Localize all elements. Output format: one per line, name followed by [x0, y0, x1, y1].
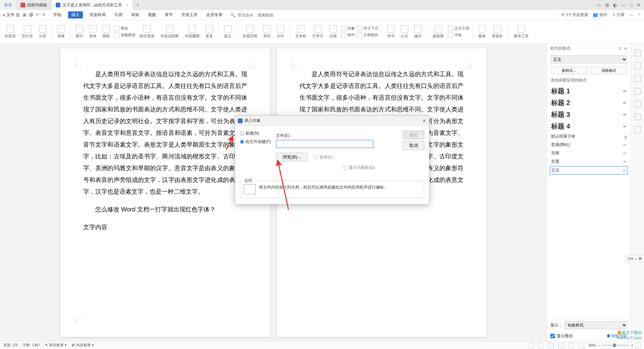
- rb-picture[interactable]: 图片: [74, 24, 85, 39]
- dialog-titlebar[interactable]: 插入对象 ✕: [235, 116, 429, 126]
- view-mode-icon[interactable]: [538, 343, 544, 348]
- qa-print-icon[interactable]: 🖶: [22, 13, 26, 17]
- search-input[interactable]: [237, 13, 284, 17]
- rb-bookmark[interactable]: 书签: [448, 33, 469, 38]
- page-indicator[interactable]: 页面: 2/5: [3, 343, 18, 348]
- rb-header[interactable]: 页眉页脚: [240, 24, 259, 39]
- tab-view[interactable]: 视图: [146, 11, 158, 18]
- file-input[interactable]: [276, 140, 373, 148]
- qa-undo-icon[interactable]: ↶: [36, 13, 39, 17]
- style-item[interactable]: 普通(网站)↵: [547, 141, 631, 149]
- style-item[interactable]: 页眉↵: [547, 157, 631, 166]
- style-item[interactable]: 标题 3↵: [547, 109, 631, 120]
- rb-comment[interactable]: 批注: [222, 24, 233, 39]
- tab-document[interactable]: 文字是人类用符...远的方式和工具×: [52, 0, 133, 10]
- rb-hyperlink[interactable]: 超链接: [431, 24, 446, 39]
- rb-equation[interactable]: 公式: [399, 24, 410, 39]
- qa-redo-icon[interactable]: ↷: [42, 13, 45, 17]
- view-mode-icon[interactable]: [558, 343, 564, 348]
- rb-resource[interactable]: 稻壳资源: [138, 24, 156, 39]
- style-item[interactable]: 默认段落字体a: [547, 132, 631, 141]
- rb-pagebreak[interactable]: 分页: [37, 24, 48, 39]
- rb-pagenum[interactable]: 页码: [261, 24, 273, 39]
- rb-form[interactable]: 窗体: [476, 24, 488, 39]
- share-button[interactable]: ⇪ 分享: [612, 12, 625, 18]
- tab-home[interactable]: 首页: [0, 0, 16, 10]
- coop-button[interactable]: 👥 协作: [593, 12, 607, 18]
- tab-layout[interactable]: 页面布局: [88, 11, 108, 18]
- side-icon[interactable]: [634, 62, 641, 69]
- clear-format-button[interactable]: 清除格式: [590, 67, 628, 74]
- zoom-out-icon[interactable]: −: [598, 343, 600, 347]
- panel-close-icon[interactable]: ✕: [624, 46, 627, 51]
- rb-attach[interactable]: 附件: [341, 33, 355, 38]
- ok-button[interactable]: 确定: [403, 131, 424, 139]
- tab-close-icon[interactable]: ×: [126, 3, 128, 7]
- tab-dev[interactable]: 开发工具: [179, 11, 200, 18]
- view-mode-icon[interactable]: [569, 343, 574, 348]
- tab-template[interactable]: 找稻壳模板: [16, 0, 52, 10]
- word-count[interactable]: 字数: 1467: [22, 343, 40, 348]
- layout-icon[interactable]: ▭: [597, 2, 601, 8]
- style-item[interactable]: 页脚↵: [547, 149, 631, 157]
- file-menu[interactable]: ≡ 文件: [3, 12, 14, 18]
- rb-xref[interactable]: 交叉引用: [448, 26, 469, 31]
- ime-indicator[interactable]: CH⌂简: [626, 255, 644, 262]
- grid-icon[interactable]: ⊞: [605, 2, 609, 8]
- side-icon[interactable]: [634, 88, 641, 95]
- spell-check[interactable]: ✎ 拼写检查 ▾: [45, 343, 67, 348]
- style-item-selected[interactable]: 正文↵: [550, 166, 628, 174]
- rb-textbox[interactable]: 文本框: [293, 24, 308, 39]
- tab-reference[interactable]: 引用: [112, 11, 124, 18]
- rb-date[interactable]: 日期: [327, 24, 339, 39]
- rb-cover[interactable]: 封面页: [3, 24, 18, 39]
- tab-review[interactable]: 审阅: [129, 11, 141, 18]
- rb-object[interactable]: 对象: [341, 26, 355, 31]
- side-icon[interactable]: [634, 101, 641, 107]
- zoom-control[interactable]: 80% − +: [589, 343, 641, 348]
- rb-mind[interactable]: 在线脑图: [183, 24, 202, 39]
- rb-chart[interactable]: 图表: [114, 26, 136, 31]
- rb-teach[interactable]: 教学工具: [512, 24, 531, 39]
- side-icon[interactable]: [634, 50, 641, 56]
- new-style-button[interactable]: 新样式...: [550, 67, 588, 74]
- fullscreen-icon[interactable]: [635, 343, 641, 348]
- side-icon[interactable]: [634, 113, 641, 120]
- rb-blank[interactable]: 空白页: [20, 24, 35, 39]
- rb-watermark[interactable]: 水印: [275, 24, 286, 39]
- show-select[interactable]: 有效样式: [565, 321, 627, 329]
- dialog-close-icon[interactable]: ✕: [422, 118, 426, 123]
- rb-dropcap[interactable]: 首字下沉: [357, 26, 378, 31]
- rb-table[interactable]: 表格: [55, 24, 67, 39]
- rb-icon[interactable]: 图标: [101, 24, 112, 39]
- rb-symbol[interactable]: 符号: [385, 24, 397, 39]
- maximize-icon[interactable]: □: [630, 2, 633, 8]
- tab-section[interactable]: 章节: [163, 11, 175, 18]
- side-icon[interactable]: [634, 126, 641, 133]
- more-icon[interactable]: ⋯: [629, 13, 633, 17]
- command-search[interactable]: 🔍: [230, 13, 284, 17]
- qa-preview-icon[interactable]: 🗐: [29, 13, 33, 17]
- style-item[interactable]: 标题 4↵: [547, 120, 631, 132]
- radio-new[interactable]: 新建(N): [240, 131, 271, 136]
- browse-button[interactable]: 浏览(B)...: [276, 153, 307, 161]
- rb-docparts[interactable]: 文档部件: [357, 33, 378, 38]
- radio-from-file[interactable]: 由文件创建(F): [240, 139, 271, 145]
- rb-flow[interactable]: 在线流程图: [158, 24, 181, 39]
- tab-vip[interactable]: 会员专享: [204, 11, 224, 18]
- rb-smart[interactable]: 智能图形: [114, 33, 136, 38]
- close-icon[interactable]: ✕: [637, 2, 641, 8]
- content-check[interactable]: 🗹 内容检查 ▾: [71, 343, 94, 348]
- side-icon[interactable]: [634, 75, 641, 82]
- rb-more[interactable]: 更多: [204, 24, 215, 39]
- user-icon[interactable]: ◐: [613, 2, 617, 8]
- preview-checkbox[interactable]: [550, 334, 555, 338]
- link-checkbox[interactable]: 链接(L): [314, 154, 333, 160]
- view-mode-icon[interactable]: [528, 343, 534, 348]
- update-notice[interactable]: ⟳ 1个月前更新: [561, 12, 588, 18]
- pin-icon[interactable]: ⊼: [618, 46, 621, 51]
- rb-assets[interactable]: 资源夹: [490, 24, 505, 39]
- rb-wordart[interactable]: 艺术字: [310, 24, 325, 39]
- minimize-icon[interactable]: —: [621, 2, 626, 8]
- style-item[interactable]: 标题 2↵: [547, 97, 631, 109]
